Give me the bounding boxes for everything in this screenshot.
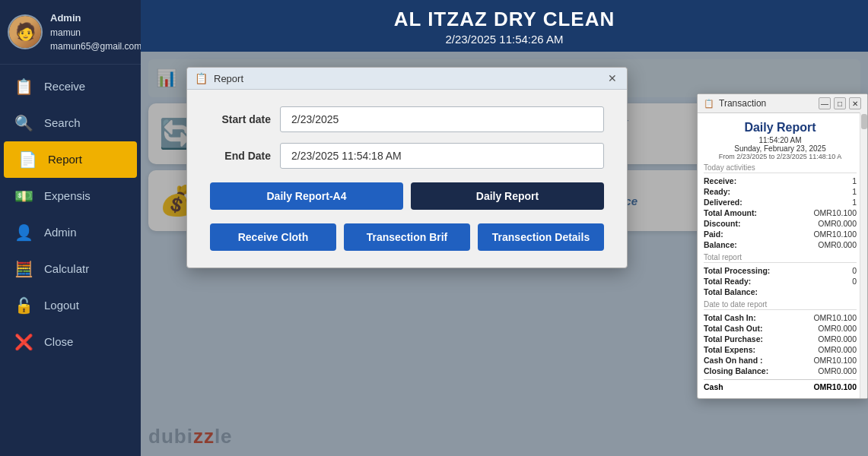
sidebar: 🧑 Admin mamun mamun65@gmail.com 📋 Receiv…: [0, 0, 141, 456]
modal-titlebar: 📋 Report ✕: [187, 68, 627, 90]
tw-cash-in-value: OMR10.100: [813, 313, 857, 322]
tw-receive-value: 1: [852, 176, 857, 185]
tw-total-ready-label: Total Ready:: [704, 277, 751, 286]
tw-maximize-button[interactable]: □: [834, 97, 846, 109]
search-icon: 🔍: [14, 114, 33, 132]
user-email: mamun65@gmail.com: [50, 40, 141, 53]
report-icon: 📄: [17, 150, 37, 169]
tw-ready-label: Ready:: [704, 187, 730, 196]
tw-footer-label: Cash: [704, 382, 723, 391]
sidebar-profile: 🧑 Admin mamun mamun65@gmail.com: [0, 0, 141, 65]
tw-minimize-button[interactable]: —: [819, 97, 831, 109]
sidebar-item-search[interactable]: 🔍 Search: [0, 105, 141, 141]
tw-closing-label: Closing Balance:: [704, 366, 768, 375]
sidebar-item-admin[interactable]: 👤 Admin: [0, 214, 141, 251]
tw-cash-out: Total Cash Out: OMR0.000: [704, 323, 857, 334]
logout-icon: 🔓: [14, 296, 33, 315]
modal-close-button[interactable]: ✕: [606, 71, 619, 85]
content-area: 📊 🔄 Total Processing 0 👗 Total Ready 0: [141, 52, 868, 456]
tw-total-expens: Total Expens: OMR0.000: [704, 344, 857, 355]
sidebar-label-calculatr: Calculatr: [44, 262, 89, 275]
tw-scrollbar-thumb[interactable]: [861, 114, 867, 129]
tw-balance-value: OMR0.000: [818, 240, 857, 249]
tw-total-processing-label: Total Processing:: [704, 266, 770, 275]
tw-paid-value: OMR10.100: [813, 230, 857, 239]
tw-delivered-label: Delivered:: [704, 198, 742, 207]
tw-titlebar-icon: 📋: [704, 99, 714, 109]
tw-balance-label: Balance:: [704, 240, 737, 249]
end-date-label: End Date: [210, 150, 271, 162]
tw-report-title: Daily Report: [704, 121, 857, 135]
expensis-icon: 💵: [14, 187, 33, 205]
start-date-row: Start date: [210, 106, 604, 132]
tw-title: Transaction: [719, 98, 814, 109]
transection-brif-button[interactable]: Transection Brif: [344, 223, 470, 251]
modal-title: Report: [214, 73, 599, 84]
tw-time: 11:54:20 AM: [704, 136, 857, 144]
sidebar-item-receive[interactable]: 📋 Receive: [0, 68, 141, 105]
tw-total-processing-value: 0: [852, 266, 857, 275]
tw-cash-out-label: Total Cash Out:: [704, 324, 762, 333]
tw-today-paid: Paid: OMR10.100: [704, 229, 857, 239]
user-name: Admin: [50, 11, 141, 26]
tw-closing-value: OMR0.000: [818, 366, 857, 375]
daily-report-button[interactable]: Daily Report: [411, 182, 604, 210]
start-date-label: Start date: [210, 113, 271, 125]
tw-delivered-value: 1: [852, 198, 857, 207]
end-date-row: End Date: [210, 143, 604, 169]
tw-footer: Cash OMR10.100: [704, 379, 857, 394]
tw-scrollbar[interactable]: [860, 112, 867, 398]
sidebar-label-expensis: Expensis: [44, 189, 91, 202]
tw-expens-value: OMR0.000: [818, 345, 857, 354]
tw-cash-in-label: Total Cash In:: [704, 313, 756, 322]
modal-buttons-row-2: Receive Cloth Transection Brif Transecti…: [210, 223, 604, 251]
tw-today-total-amount: Total Amount: OMR10.100: [704, 207, 857, 218]
tw-today-delivered: Delivered: 1: [704, 197, 857, 207]
tw-total-amount-value: OMR10.100: [813, 208, 857, 217]
tw-cash-out-value: OMR0.000: [818, 324, 857, 333]
tw-discount-label: Discount:: [704, 219, 740, 228]
daily-report-a4-button[interactable]: Daily Report-A4: [210, 182, 403, 210]
modal-buttons-row-1: Daily Report-A4 Daily Report: [210, 182, 604, 210]
close-icon: ❌: [14, 333, 33, 351]
tw-closing-balance: Closing Balance: OMR0.000: [704, 366, 857, 376]
tw-cash-hand-label: Cash On hand :: [704, 356, 763, 365]
user-info: Admin mamun mamun65@gmail.com: [50, 11, 141, 53]
tw-ready-value: 1: [852, 187, 857, 196]
tw-purchase-value: OMR0.000: [818, 334, 857, 344]
tw-today-discount: Discount: OMR0.000: [704, 218, 857, 229]
tw-controls: — □ ✕: [819, 97, 861, 109]
sidebar-item-close[interactable]: ❌ Close: [0, 324, 141, 360]
transaction-window: 📋 Transaction — □ ✕ Daily Report 11:54:2…: [697, 93, 868, 399]
tw-cash-in: Total Cash In: OMR10.100: [704, 312, 857, 323]
sidebar-item-report[interactable]: 📄 Report: [4, 141, 137, 178]
app-header: AL ITZAZ DRY CLEAN 2/23/2025 11:54:26 AM: [141, 0, 868, 52]
tw-expens-label: Total Expens:: [704, 345, 755, 354]
tw-today-receive: Receive: 1: [704, 176, 857, 186]
end-date-input[interactable]: [280, 143, 604, 169]
app-title: AL ITZAZ DRY CLEAN: [141, 8, 868, 31]
sidebar-item-expensis[interactable]: 💵 Expensis: [0, 178, 141, 214]
tw-titlebar: 📋 Transaction — □ ✕: [698, 94, 867, 113]
tw-total-balance: Total Balance:: [704, 287, 857, 297]
avatar: 🧑: [8, 14, 43, 49]
sidebar-item-logout[interactable]: 🔓 Logout: [0, 287, 141, 324]
modal-titlebar-icon: 📋: [195, 72, 208, 84]
tw-today-section: Today activities: [704, 163, 857, 173]
report-modal: 📋 Report ✕ Start date End Date Daily Rep…: [186, 67, 628, 268]
tw-total-ready: Total Ready: 0: [704, 276, 857, 287]
tw-purchase-label: Total Purchase:: [704, 334, 763, 344]
transection-details-button[interactable]: Transection Details: [478, 223, 604, 251]
sidebar-item-calculatr[interactable]: 🧮 Calculatr: [0, 251, 141, 287]
tw-close-button[interactable]: ✕: [849, 97, 861, 109]
sidebar-nav: 📋 Receive 🔍 Search 📄 Report 💵 Expensis 👤…: [0, 65, 141, 457]
user-username: mamun: [50, 26, 141, 40]
tw-from: From 2/23/2025 to 2/23/2025 11:48:10 A: [704, 153, 857, 160]
start-date-input[interactable]: [280, 106, 604, 132]
receive-cloth-button[interactable]: Receive Cloth: [210, 223, 336, 251]
sidebar-label-search: Search: [44, 116, 81, 129]
app-datetime: 2/23/2025 11:54:26 AM: [141, 33, 868, 46]
tw-total-balance-label: Total Balance:: [704, 287, 758, 296]
main-area: AL ITZAZ DRY CLEAN 2/23/2025 11:54:26 AM…: [141, 0, 868, 456]
tw-cash-hand-value: OMR10.100: [813, 356, 857, 365]
